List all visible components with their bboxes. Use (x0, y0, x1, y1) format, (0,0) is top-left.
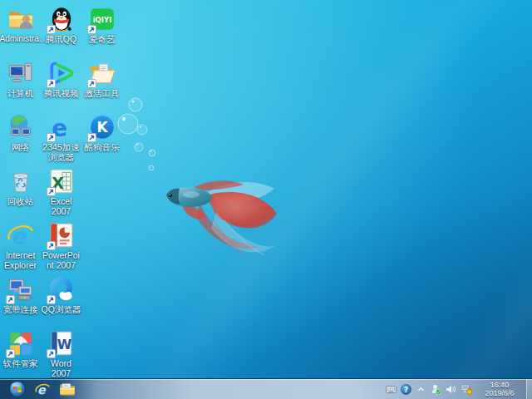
desktop-icon-label: 网络 (0, 142, 42, 152)
desktop-icon-label: 2345加速浏览器 (41, 142, 82, 162)
desktop-icon-activation-tools[interactable]: 激活工具 (81, 56, 122, 110)
desktop-icon-label: QQ浏览器 (41, 304, 82, 314)
svg-text:W: W (57, 337, 71, 352)
desktop-icon-label: 酷狗音乐 (81, 142, 123, 152)
desktop-icon-software-manager[interactable]: 软件管家 (0, 326, 41, 380)
desktop-icon-administrator[interactable]: Administra... (0, 2, 41, 56)
clock-date: 2019/6/6 (478, 389, 521, 397)
shortcut-arrow-icon (47, 133, 56, 142)
windows-start-orb-icon (9, 381, 26, 397)
tray-network-status[interactable] (460, 382, 472, 396)
system-tray: ? (385, 379, 532, 399)
network-warning-icon (461, 384, 472, 395)
taskbar-internet-explorer-button[interactable]: e (30, 379, 55, 399)
speaker-icon (446, 385, 456, 394)
desktop-icon-network[interactable]: 网络 (0, 110, 41, 164)
desktop-icon-2345-browser[interactable]: e 2345加速浏览器 (41, 110, 81, 164)
shortcut-arrow-icon (87, 133, 96, 142)
shortcut-arrow-icon (47, 25, 56, 34)
svg-text:?: ? (404, 385, 408, 393)
shortcut-arrow-icon (47, 295, 56, 304)
shortcut-arrow-icon (6, 295, 15, 304)
shortcut-arrow-icon (47, 349, 56, 358)
taskbar-clock[interactable]: 16:40 2019/6/6 (478, 381, 521, 397)
svg-text:iQIYI: iQIYI (92, 16, 111, 24)
chevron-up-icon (417, 386, 425, 393)
desktop-icon-label: 计算机 (0, 88, 42, 98)
desktop-icon-word-2007[interactable]: W Word 2007 (41, 326, 81, 380)
desktop-icon-tencent-qq[interactable]: 腾讯QQ (41, 2, 81, 56)
desktop-icon-label: Administra... (0, 34, 42, 44)
tray-show-hidden-icons[interactable] (415, 382, 427, 396)
network-globe-icon (7, 113, 35, 141)
shortcut-arrow-icon (6, 349, 15, 358)
security-check-icon (431, 384, 441, 395)
desktop-icon-excel-2007[interactable]: X Excel 2007 (41, 164, 81, 218)
folder-icon (59, 382, 76, 397)
desktop-icon-label: Internet Explorer (0, 250, 42, 270)
shortcut-arrow-icon (47, 79, 56, 88)
tray-input-keyboard[interactable] (385, 382, 397, 396)
shortcut-arrow-icon (87, 25, 96, 34)
tray-security-status[interactable] (430, 382, 442, 396)
desktop-icon-qq-browser[interactable]: QQ浏览器 (41, 272, 81, 326)
desktop-icon-iqiyi[interactable]: iQIYI 爱奇艺 (81, 2, 122, 56)
shortcut-arrow-icon (47, 241, 56, 250)
desktop-icon-label: Word 2007 (41, 358, 82, 378)
betta-fish-image (158, 179, 283, 270)
desktop-icon-label: 激活工具 (81, 88, 123, 98)
desktop-icon-label: 腾讯QQ (41, 34, 82, 44)
start-button[interactable] (5, 379, 30, 399)
shortcut-arrow-icon (87, 79, 96, 88)
internet-explorer-icon: e (7, 221, 35, 249)
recycle-bin-icon (7, 167, 35, 195)
desktop-icon-label: 回收站 (0, 196, 42, 206)
desktop-icon-powerpoint-2007[interactable]: PowerPoint 2007 (41, 218, 81, 272)
computer-icon (7, 59, 35, 87)
help-question-icon: ? (401, 384, 411, 395)
desktop-icon-broadband[interactable]: 宽带连接 (0, 272, 41, 326)
desktop-icon-grid: Administra... 计算机 (0, 2, 122, 380)
desktop-icon-label: 腾讯视频 (41, 88, 82, 98)
desktop-icon-label: 宽带连接 (0, 304, 42, 314)
desktop-icon-label: 爱奇艺 (81, 34, 123, 44)
desktop-icon-label: Excel 2007 (41, 196, 82, 216)
keyboard-icon (386, 386, 397, 393)
tray-help[interactable]: ? (400, 382, 412, 396)
tray-volume[interactable] (445, 382, 457, 396)
desktop-icon-label: 软件管家 (0, 358, 42, 368)
shortcut-arrow-icon (47, 187, 56, 196)
internet-explorer-icon: e (35, 382, 51, 397)
desktop-icon-recycle-bin[interactable]: 回收站 (0, 164, 41, 218)
desktop-icon-kugou-music[interactable]: K 酷狗音乐 (81, 110, 122, 164)
clock-time: 16:40 (478, 381, 521, 389)
desktop-icon-computer[interactable]: 计算机 (0, 56, 41, 110)
taskbar-file-explorer-button[interactable] (55, 379, 80, 399)
show-desktop-button[interactable] (526, 379, 532, 399)
user-folder-icon (7, 5, 35, 33)
desktop-icon-tencent-video[interactable]: 腾讯视频 (41, 56, 81, 110)
desktop-icon-internet-explorer[interactable]: e Internet Explorer (0, 218, 41, 272)
desktop-icon-label: PowerPoint 2007 (41, 250, 82, 270)
svg-text:K: K (96, 119, 108, 135)
windows7-desktop: Administra... 计算机 (0, 0, 532, 399)
taskbar: e (0, 378, 532, 399)
